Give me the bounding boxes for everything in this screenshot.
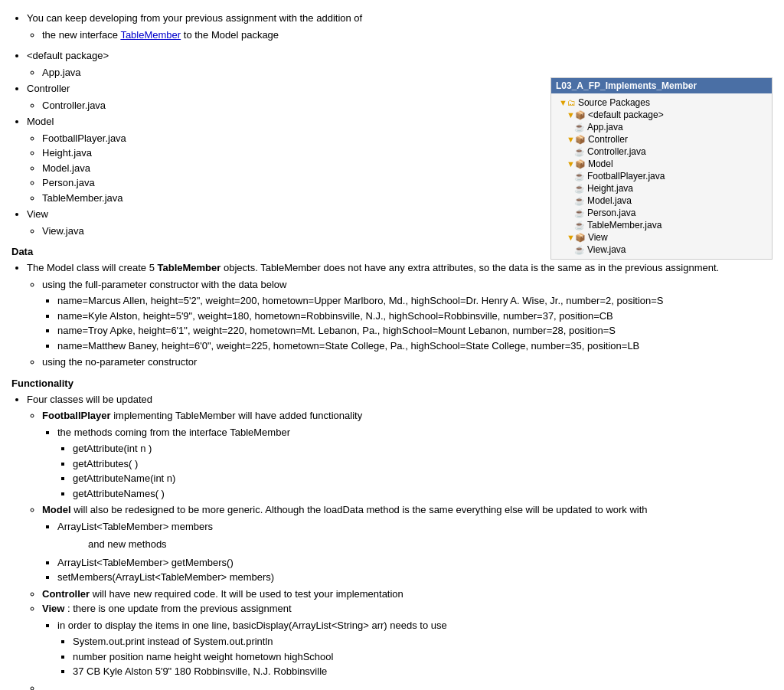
- intro-line3: to the Model package: [181, 29, 279, 41]
- controller-pkg-icon: ▼📦: [567, 135, 586, 145]
- pkg-model-height: Height.java: [42, 146, 543, 161]
- tree-view-pkg: ▼📦 View: [553, 231, 770, 244]
- intro-line1: You can keep developing from your previo…: [27, 12, 362, 24]
- model-method-2: setMembers(ArrayList<TableMember> member…: [57, 570, 773, 585]
- tablemember-bold: TableMember: [158, 262, 221, 273]
- tree-height-java: ☕ Height.java: [553, 182, 770, 195]
- tablemember-java-label: TableMember.java: [587, 220, 662, 231]
- pkg-model-model: Model.java: [42, 161, 543, 176]
- controller-java-icon: ☕: [574, 147, 585, 157]
- person-java-label: Person.java: [587, 208, 635, 218]
- data-rest-text: objects. TableMember does not have any e…: [220, 262, 719, 273]
- intro-section: You can keep developing from your previo…: [11, 11, 773, 42]
- page-content: You can keep developing from your previo…: [11, 11, 773, 690]
- filetree-body: ▼🗂 Source Packages ▼📦 <default package> …: [551, 93, 772, 259]
- view-methods-list: System.out.print instead of System.out.p…: [57, 634, 773, 679]
- fp-item: FootballPlayer implementing TableMember …: [42, 408, 773, 501]
- filetree-header: L03_A_FP_Implements_Member: [551, 78, 772, 93]
- view-method-2: number position name height weight homet…: [73, 649, 773, 665]
- view-item: View : there is one update from the prev…: [42, 601, 773, 679]
- height-java-label: Height.java: [587, 183, 633, 194]
- model-details-list: ArrayList<TableMember> members: [42, 519, 773, 535]
- tablemember-link[interactable]: TableMember: [120, 29, 181, 41]
- view-rest: : there is one update from the previous …: [64, 603, 291, 614]
- tree-app-java: ☕ App.java: [553, 121, 770, 133]
- app-java-icon: ☕: [574, 123, 585, 132]
- fp-methods-list: getAttribute(int n ) getAttributes( ) ge…: [57, 441, 773, 501]
- filetree-panel: L03_A_FP_Implements_Member ▼🗂 Source Pac…: [550, 77, 773, 260]
- tree-default-pkg: ▼📦 <default package>: [553, 109, 770, 121]
- data-item-3: name=Troy Apke, height=6'1", weight=220,…: [57, 323, 773, 338]
- fp-rest: implementing TableMember will have added…: [111, 410, 363, 421]
- model-rest: will also be redesigned to be more gener…: [71, 504, 648, 515]
- tree-controller-java: ☕ Controller.java: [553, 146, 770, 158]
- model-methods-list: ArrayList<TableMember> getMembers() setM…: [42, 555, 773, 585]
- packages-and-tree: <default package> App.java Controller Co…: [11, 48, 773, 238]
- view-label: View: [42, 603, 64, 614]
- model-item: Model will also be redesigned to be more…: [42, 502, 773, 585]
- data-no-param: using the no-parameter constructor: [42, 355, 773, 370]
- pkg-controller: Controller Controller.java: [27, 81, 543, 113]
- pkg-model-fp: FootballPlayer.java: [42, 131, 543, 146]
- model-java-label: Model.java: [587, 195, 632, 206]
- fp-methods-intro-list: the methods coming from the interface Ta…: [42, 425, 773, 502]
- data-items-list: name=Marcus Allen, height=5'2", weight=2…: [42, 293, 773, 353]
- model-label: Model: [42, 504, 71, 515]
- tree-fp-java: ☕ FootballPlayer.java: [553, 170, 770, 182]
- view-java-icon: ☕: [574, 245, 585, 255]
- data-constructor-list: using the full-parameter constructor wit…: [27, 277, 773, 370]
- data-item-2: name=Kyle Alston, height=5'9", weight=18…: [57, 309, 773, 324]
- tree-controller-pkg: ▼📦 Controller: [553, 133, 770, 146]
- pkg-default: <default package> App.java: [27, 48, 543, 80]
- empty-bullet-item: [42, 681, 773, 691]
- data-item-1: name=Marcus Allen, height=5'2", weight=2…: [57, 293, 773, 309]
- model-new-methods-label: and new methods: [88, 537, 773, 552]
- pkg-default-app: App.java: [42, 65, 543, 80]
- view-details-list: in order to display the items in one lin…: [42, 618, 773, 679]
- controller-pkg-label: Controller: [588, 134, 628, 145]
- controller-rest: will have new required code. It will be …: [90, 588, 403, 600]
- view-java-label: View.java: [587, 244, 626, 255]
- tree-view-java: ☕ View.java: [553, 244, 770, 256]
- default-pkg-icon: ▼📦: [567, 110, 586, 120]
- data-section-list: The Model class will create 5 TableMembe…: [11, 260, 773, 370]
- functionality-section-header: Functionality: [11, 378, 773, 389]
- fp-methods-intro: the methods coming from the interface Ta…: [57, 425, 773, 440]
- pkg-view: View View.java: [27, 207, 543, 238]
- view-pkg-icon: ▼📦: [567, 233, 586, 243]
- pkg-controller-file: Controller.java: [42, 98, 543, 113]
- intro-item: You can keep developing from your previo…: [27, 11, 773, 42]
- controller-java-label: Controller.java: [587, 146, 646, 157]
- view-pkg-label: View: [588, 232, 608, 243]
- pkg-model-tablemember: TableMember.java: [42, 191, 543, 206]
- view-method-3: 37 CB Kyle Alston 5'9" 180 Robbinsville,…: [73, 664, 773, 679]
- tree-person-java: ☕ Person.java: [553, 207, 770, 219]
- tablemember-java-icon: ☕: [574, 221, 585, 231]
- tree-tablemember-java: ☕ TableMember.java: [553, 219, 770, 231]
- intro-subitem: the new interface TableMember to the Mod…: [42, 28, 773, 43]
- fp-java-icon: ☕: [574, 172, 585, 181]
- fp-label: FootballPlayer: [42, 410, 111, 421]
- fp-method-2: getAttributes( ): [73, 456, 773, 472]
- height-java-icon: ☕: [574, 184, 585, 194]
- model-pkg-label: Model: [588, 159, 613, 169]
- four-classes-item: Four classes will be updated: [27, 392, 773, 407]
- controller-item: Controller will have new required code. …: [42, 587, 773, 602]
- tree-model-pkg: ▼📦 Model: [553, 158, 770, 170]
- view-method-1: System.out.print instead of System.out.p…: [73, 634, 773, 649]
- tree-source-packages: ▼🗂 Source Packages: [553, 96, 770, 109]
- pkg-view-file: View.java: [42, 224, 543, 239]
- filetree-header-text: L03_A_FP_Implements_Member: [556, 80, 697, 91]
- fp-method-3: getAttributeName(int n): [73, 471, 773, 486]
- app-java-label: App.java: [587, 122, 623, 132]
- model-members: ArrayList<TableMember> members: [57, 519, 773, 535]
- fp-java-label: FootballPlayer.java: [587, 171, 665, 181]
- classes-list: FootballPlayer implementing TableMember …: [27, 408, 773, 690]
- functionality-list: Four classes will be updated FootballPla…: [11, 392, 773, 691]
- model-java-icon: ☕: [574, 196, 585, 206]
- pkg-model-person: Person.java: [42, 175, 543, 191]
- source-packages-label: Source Packages: [578, 97, 650, 108]
- default-pkg-label: <default package>: [588, 110, 664, 120]
- view-sub: in order to display the items in one lin…: [57, 618, 773, 633]
- tree-model-java: ☕ Model.java: [553, 195, 770, 207]
